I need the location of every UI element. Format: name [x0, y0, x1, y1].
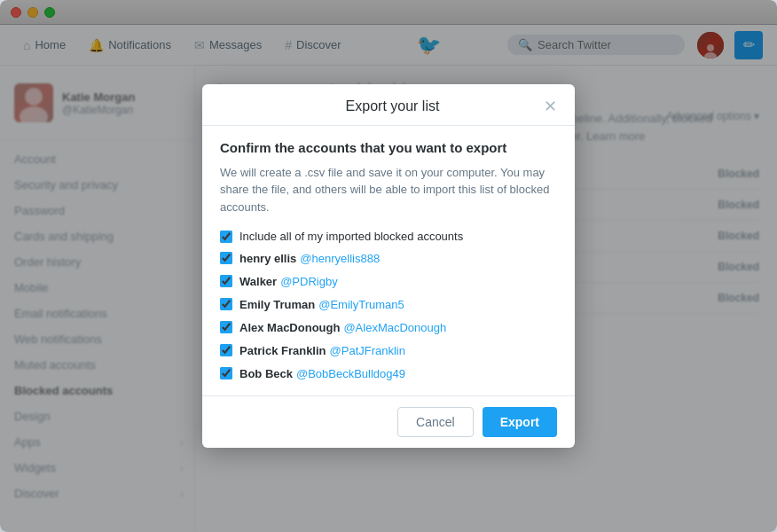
modal-body: Confirm the accounts that you want to ex… [202, 126, 575, 396]
modal-footer: Cancel Export [202, 395, 575, 448]
account-handle: @AlexMacDonough [343, 321, 446, 334]
account-handle: @PatJFranklin [330, 344, 405, 357]
account-checkbox-1[interactable] [220, 252, 232, 264]
modal-title: Export your list [241, 98, 544, 114]
account-label: Walker@PDRigby [239, 273, 338, 289]
account-item-6: Bob Beck@BobBeckBulldog49 [220, 365, 557, 381]
account-checkbox-5[interactable] [220, 344, 232, 356]
account-name: Alex MacDonough [239, 321, 340, 334]
account-label: Patrick Franklin@PatJFranklin [239, 342, 405, 358]
account-checkbox-3[interactable] [220, 298, 232, 310]
modal-close-button[interactable]: ✕ [544, 98, 557, 114]
account-handle: @BobBeckBulldog49 [296, 367, 405, 380]
account-label: Emily Truman@EmilyTruman5 [239, 296, 404, 312]
account-item-1: henry ellis@henryellis888 [220, 250, 557, 266]
account-handle: @EmilyTruman5 [318, 298, 404, 311]
account-label: Bob Beck@BobBeckBulldog49 [239, 365, 405, 381]
account-name: Walker [239, 275, 277, 288]
cancel-button[interactable]: Cancel [397, 407, 474, 437]
modal-description: We will create a .csv file and save it o… [220, 164, 557, 216]
account-item-3: Emily Truman@EmilyTruman5 [220, 296, 557, 312]
account-list: Include all of my imported blocked accou… [220, 230, 557, 381]
account-checkbox-4[interactable] [220, 321, 232, 333]
account-handle: @henryellis888 [300, 252, 380, 265]
account-item-0: Include all of my imported blocked accou… [220, 230, 557, 243]
account-option-label: Include all of my imported blocked accou… [239, 230, 463, 243]
account-checkbox-6[interactable] [220, 367, 232, 379]
modal-header: Export your list ✕ [202, 84, 575, 126]
modal-confirm-title: Confirm the accounts that you want to ex… [220, 140, 557, 155]
account-item-2: Walker@PDRigby [220, 273, 557, 289]
account-checkbox-0[interactable] [220, 231, 232, 243]
account-name: henry ellis [239, 252, 296, 265]
window: ⌂ Home 🔔 Notifications ✉ Messages # Disc… [0, 0, 777, 532]
account-name: Bob Beck [239, 367, 293, 380]
account-name: Emily Truman [239, 298, 315, 311]
export-modal: Export your list ✕ Confirm the accounts … [202, 84, 575, 449]
account-label: Alex MacDonough@AlexMacDonough [239, 319, 446, 335]
account-handle: @PDRigby [280, 275, 338, 288]
account-item-5: Patrick Franklin@PatJFranklin [220, 342, 557, 358]
account-label: henry ellis@henryellis888 [239, 250, 380, 266]
export-button[interactable]: Export [483, 407, 557, 437]
account-name: Patrick Franklin [239, 344, 326, 357]
account-item-4: Alex MacDonough@AlexMacDonough [220, 319, 557, 335]
modal-overlay: Export your list ✕ Confirm the accounts … [0, 0, 777, 532]
account-checkbox-2[interactable] [220, 275, 232, 287]
